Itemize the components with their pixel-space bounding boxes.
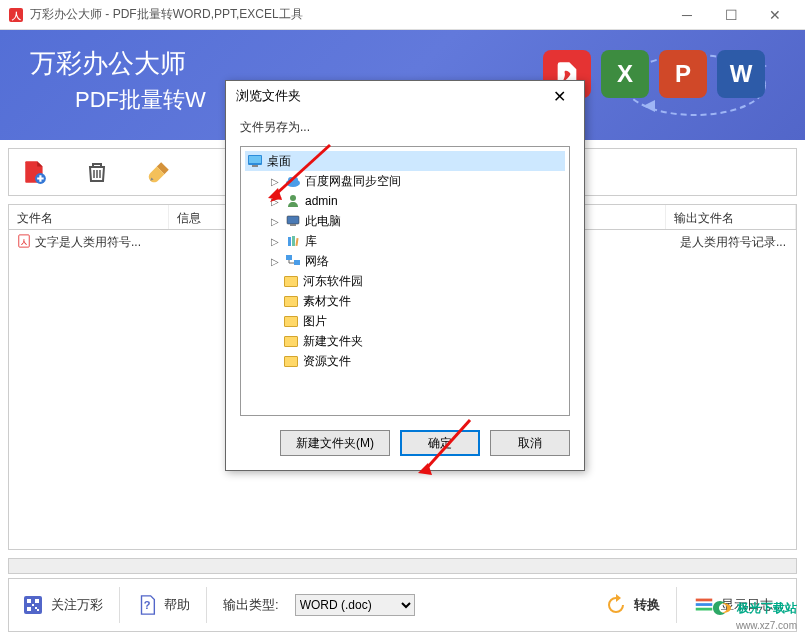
tree-thispc[interactable]: ▷ 此电脑 (245, 211, 565, 231)
output-type-select[interactable]: WORD (.doc) (295, 594, 415, 616)
header-filename[interactable]: 文件名 (9, 205, 169, 229)
tree-folder-ziyuan[interactable]: 资源文件 (245, 351, 565, 371)
folder-tree[interactable]: 桌面 ▷ 百度网盘同步空间 ▷ admin ▷ 此电脑 ▷ 库 ▷ 网络 (240, 146, 570, 416)
convert-button[interactable]: 转换 (604, 593, 660, 617)
pdf-file-icon: 人 (17, 234, 31, 251)
expand-icon[interactable]: ▷ (269, 196, 281, 207)
folder-icon (283, 293, 299, 309)
network-icon (285, 253, 301, 269)
clear-button[interactable] (143, 156, 175, 188)
tree-folder-xinjian[interactable]: 新建文件夹 (245, 331, 565, 351)
delete-button[interactable] (81, 156, 113, 188)
tree-baidu[interactable]: ▷ 百度网盘同步空间 (245, 171, 565, 191)
add-pdf-button[interactable] (19, 156, 51, 188)
svg-rect-13 (35, 607, 37, 609)
svg-rect-18 (696, 608, 713, 611)
watermark-name: 极光下载站 (737, 600, 797, 617)
folder-icon (283, 273, 299, 289)
dialog-close-button[interactable]: ✕ (544, 81, 574, 111)
dialog-titlebar: 浏览文件夹 ✕ (226, 81, 584, 111)
svg-rect-32 (294, 260, 300, 265)
cloud-folder-icon (285, 173, 301, 189)
svg-rect-12 (32, 604, 34, 606)
file-name: 文字是人类用符号... (35, 234, 141, 251)
svg-point-24 (292, 177, 298, 183)
tree-admin[interactable]: ▷ admin (245, 191, 565, 211)
separator (676, 587, 677, 623)
bottom-bar: 关注万彩 ? 帮助 输出类型: WORD (.doc) 转换 显示日志... (8, 578, 797, 632)
excel-badge: X (601, 50, 649, 98)
expand-icon[interactable]: ▷ (269, 176, 281, 187)
svg-rect-10 (35, 599, 39, 603)
svg-text:?: ? (144, 599, 151, 611)
svg-rect-28 (288, 237, 291, 246)
svg-rect-21 (252, 165, 258, 167)
window-title: 万彩办公大师 - PDF批量转WORD,PPT,EXCEL工具 (30, 6, 665, 23)
expand-icon[interactable]: ▷ (269, 236, 281, 247)
separator (206, 587, 207, 623)
tree-folder-hedong[interactable]: 河东软件园 (245, 271, 565, 291)
ok-button[interactable]: 确定 (400, 430, 480, 456)
about-label: 关注万彩 (51, 596, 103, 614)
dialog-save-as-label: 文件另存为... (226, 111, 584, 146)
folder-icon (283, 333, 299, 349)
close-button[interactable]: ✕ (753, 1, 797, 29)
dialog-title: 浏览文件夹 (236, 87, 301, 105)
progress-bar (8, 558, 797, 574)
user-icon (285, 193, 301, 209)
svg-rect-27 (290, 224, 296, 226)
tree-folder-sucai[interactable]: 素材文件 (245, 291, 565, 311)
tree-folder-tupian[interactable]: 图片 (245, 311, 565, 331)
svg-point-25 (290, 195, 296, 201)
computer-icon (285, 213, 301, 229)
pdf-app-icon: 人 (8, 7, 24, 23)
ppt-badge: P (659, 50, 707, 98)
minimize-button[interactable]: ─ (665, 1, 709, 29)
new-folder-button[interactable]: 新建文件夹(M) (280, 430, 390, 456)
watermark: 极光下载站 www.xz7.com (711, 599, 797, 631)
svg-text:人: 人 (20, 238, 28, 246)
browse-folder-dialog: 浏览文件夹 ✕ 文件另存为... 桌面 ▷ 百度网盘同步空间 ▷ admin ▷… (225, 80, 585, 471)
help-label: 帮助 (164, 596, 190, 614)
separator (119, 587, 120, 623)
svg-rect-9 (27, 599, 31, 603)
output-name: 是人类用符号记录... (680, 234, 786, 251)
desktop-icon (247, 153, 263, 169)
cancel-button[interactable]: 取消 (490, 430, 570, 456)
tree-library[interactable]: ▷ 库 (245, 231, 565, 251)
svg-marker-4 (643, 100, 655, 112)
svg-rect-20 (249, 156, 261, 163)
tree-desktop[interactable]: 桌面 (245, 151, 565, 171)
library-icon (285, 233, 301, 249)
maximize-button[interactable]: ☐ (709, 1, 753, 29)
output-type-label: 输出类型: (223, 596, 279, 614)
dialog-buttons: 新建文件夹(M) 确定 取消 (226, 416, 584, 470)
folder-icon (283, 353, 299, 369)
svg-rect-30 (295, 238, 298, 246)
convert-label: 转换 (634, 596, 660, 614)
folder-icon (283, 313, 299, 329)
svg-rect-11 (27, 607, 31, 611)
logo-icon (711, 599, 733, 617)
svg-rect-29 (292, 236, 295, 246)
expand-icon[interactable]: ▷ (269, 256, 281, 267)
header-output[interactable]: 输出文件名 (666, 205, 796, 229)
svg-rect-17 (696, 603, 713, 606)
svg-text:人: 人 (11, 11, 22, 21)
help-button[interactable]: ? 帮助 (136, 594, 190, 616)
watermark-url: www.xz7.com (711, 620, 797, 631)
expand-icon[interactable]: ▷ (269, 216, 281, 227)
svg-rect-31 (286, 255, 292, 260)
about-button[interactable]: 关注万彩 (21, 593, 103, 617)
title-bar: 人 万彩办公大师 - PDF批量转WORD,PPT,EXCEL工具 ─ ☐ ✕ (0, 0, 805, 30)
tree-network[interactable]: ▷ 网络 (245, 251, 565, 271)
svg-rect-14 (37, 609, 39, 611)
word-badge: W (717, 50, 765, 98)
svg-rect-16 (696, 599, 713, 602)
svg-rect-26 (287, 216, 299, 224)
